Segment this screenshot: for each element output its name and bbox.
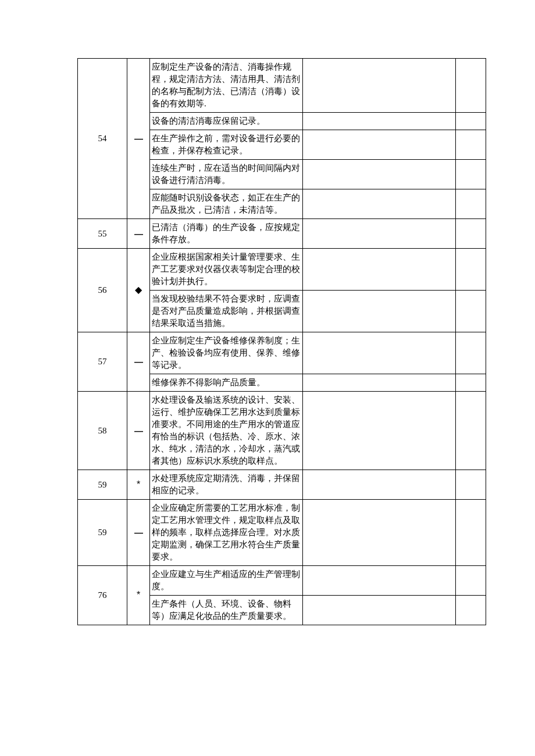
empty-cell: [456, 219, 486, 249]
row-mark: —: [127, 392, 150, 470]
empty-cell: [303, 470, 456, 500]
empty-cell: [303, 59, 456, 113]
table-row: 76*企业应建立与生产相适应的生产管理制度。: [78, 566, 486, 596]
empty-cell: [456, 130, 486, 160]
empty-cell: [303, 392, 456, 470]
row-mark: —: [127, 332, 150, 392]
row-number: 54: [78, 59, 127, 219]
empty-cell: [303, 596, 456, 625]
empty-cell: [303, 160, 456, 189]
requirement-text: 维修保养不得影响产品质量。: [150, 374, 303, 392]
empty-cell: [303, 374, 456, 392]
row-mark: *: [127, 566, 150, 625]
empty-cell: [456, 249, 486, 291]
table-row: 55—已清洁（消毒）的生产设备，应按规定条件存放。: [78, 219, 486, 249]
requirement-text: 企业应建立与生产相适应的生产管理制度。: [150, 566, 303, 596]
empty-cell: [456, 596, 486, 625]
empty-cell: [456, 392, 486, 470]
empty-cell: [303, 500, 456, 566]
empty-cell: [303, 291, 456, 332]
row-mark: ◆: [127, 249, 150, 332]
empty-cell: [456, 500, 486, 566]
requirements-table: 54—应制定生产设备的清洁、消毒操作规程，规定清洁方法、清洁用具、清洁剂的名称与…: [77, 58, 486, 625]
requirement-text: 企业应根据国家相关计量管理要求、生产工艺要求对仪器仪表等制定合理的校验计划并执行…: [150, 249, 303, 291]
row-number: 56: [78, 249, 127, 332]
row-number: 58: [78, 392, 127, 470]
requirement-text: 水处理系统应定期清洗、消毒，并保留相应的记录。: [150, 470, 303, 500]
empty-cell: [303, 332, 456, 374]
empty-cell: [303, 249, 456, 291]
row-mark: *: [127, 470, 150, 500]
requirement-text: 企业应确定所需要的工艺用水标准，制定工艺用水管理文件，规定取样点及取样的频率，取…: [150, 500, 303, 566]
row-mark: —: [127, 500, 150, 566]
empty-cell: [303, 566, 456, 596]
requirement-text: 生产条件（人员、环境、设备、物料等）应满足化妆品的生产质量要求。: [150, 596, 303, 625]
empty-cell: [456, 332, 486, 374]
requirement-text: 当发现校验结果不符合要求时，应调查是否对产品质量造成影响，并根据调查结果采取适当…: [150, 291, 303, 332]
row-mark: —: [127, 59, 150, 219]
row-number: 59: [78, 470, 127, 500]
empty-cell: [303, 189, 456, 219]
empty-cell: [456, 374, 486, 392]
requirement-text: 应能随时识别设备状态，如正在生产的产品及批次，已清洁，未清洁等。: [150, 189, 303, 219]
row-number: 55: [78, 219, 127, 249]
table-row: 57—企业应制定生产设备维修保养制度；生产、检验设备均应有使用、保养、维修等记录…: [78, 332, 486, 374]
row-number: 57: [78, 332, 127, 392]
empty-cell: [303, 113, 456, 130]
requirement-text: 在生产操作之前，需对设备进行必要的检查，并保存检查记录。: [150, 130, 303, 160]
table-row: 59—企业应确定所需要的工艺用水标准，制定工艺用水管理文件，规定取样点及取样的频…: [78, 500, 486, 566]
table-row: 59*水处理系统应定期清洗、消毒，并保留相应的记录。: [78, 470, 486, 500]
table-row: 56◆企业应根据国家相关计量管理要求、生产工艺要求对仪器仪表等制定合理的校验计划…: [78, 249, 486, 291]
row-mark: —: [127, 219, 150, 249]
row-number: 59: [78, 500, 127, 566]
empty-cell: [456, 113, 486, 130]
empty-cell: [456, 470, 486, 500]
empty-cell: [303, 219, 456, 249]
requirement-text: 连续生产时，应在适当的时间间隔内对设备进行清洁消毒。: [150, 160, 303, 189]
requirement-text: 企业应制定生产设备维修保养制度；生产、检验设备均应有使用、保养、维修等记录。: [150, 332, 303, 374]
empty-cell: [456, 566, 486, 596]
table-row: 58—水处理设备及输送系统的设计、安装、运行、维护应确保工艺用水达到质量标准要求…: [78, 392, 486, 470]
requirement-text: 应制定生产设备的清洁、消毒操作规程，规定清洁方法、清洁用具、清洁剂的名称与配制方…: [150, 59, 303, 113]
table-row: 54—应制定生产设备的清洁、消毒操作规程，规定清洁方法、清洁用具、清洁剂的名称与…: [78, 59, 486, 113]
requirement-text: 水处理设备及输送系统的设计、安装、运行、维护应确保工艺用水达到质量标准要求。不同…: [150, 392, 303, 470]
empty-cell: [456, 291, 486, 332]
empty-cell: [456, 189, 486, 219]
empty-cell: [456, 160, 486, 189]
requirement-text: 设备的清洁消毒应保留记录。: [150, 113, 303, 130]
row-number: 76: [78, 566, 127, 625]
empty-cell: [303, 130, 456, 160]
empty-cell: [456, 59, 486, 113]
requirement-text: 已清洁（消毒）的生产设备，应按规定条件存放。: [150, 219, 303, 249]
